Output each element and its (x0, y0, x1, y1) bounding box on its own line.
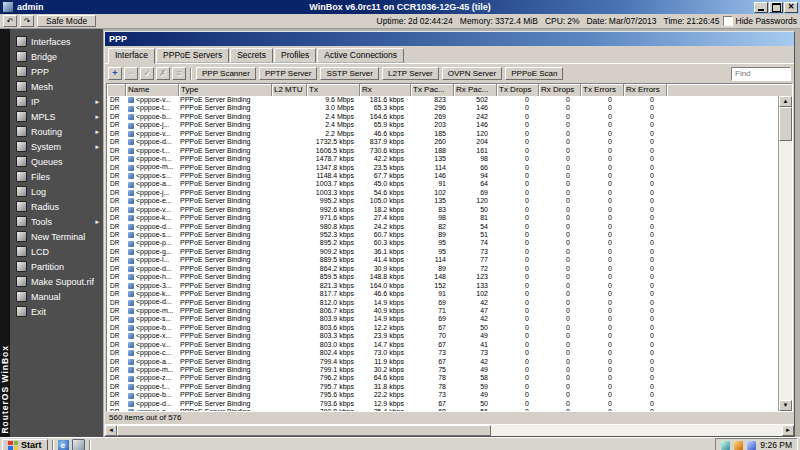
sidebar-item-ppp[interactable]: PPP (10, 64, 103, 79)
table-row[interactable]: DR<pppoe-e...PPPoE Server Binding995.2 k… (107, 197, 792, 205)
sidebar-item-system[interactable]: System▸ (10, 139, 103, 154)
table-row[interactable]: DR<pppoe-m...PPPoE Server Binding799.1 k… (107, 366, 792, 374)
column-header-rx-pac[interactable]: Rx Pac... (454, 84, 497, 96)
sidebar-item-partition[interactable]: Partition (10, 259, 103, 274)
sidebar-item-tools[interactable]: Tools▸ (10, 214, 103, 229)
table-row[interactable]: DR<pppoe-d...PPPoE Server Binding864.2 k… (107, 265, 792, 273)
scroll-down-button[interactable]: ▼ (779, 400, 792, 411)
table-row[interactable]: DR<pppoe-j...PPPoE Server Binding2.4 Mbp… (107, 121, 792, 129)
table-row[interactable]: DR<pppoe-l...PPPoE Server Binding889.5 k… (107, 256, 792, 264)
tab-pppoe-servers[interactable]: PPPoE Servers (156, 48, 229, 63)
remove-button[interactable]: − (124, 67, 138, 80)
table-row[interactable]: DR<pppoe-k...PPPoE Server Binding971.6 k… (107, 214, 792, 222)
scroll-up-button[interactable]: ▲ (779, 96, 792, 107)
scroll-right-button[interactable]: ► (782, 425, 794, 436)
table-row[interactable]: DR<pppoe-v...PPPoE Server Binding803.0 k… (107, 341, 792, 349)
table-row[interactable]: DR<pppoe-z...PPPoE Server Binding796.2 k… (107, 374, 792, 382)
table-row[interactable]: DR<pppoe-a...PPPoE Server Binding799.4 k… (107, 358, 792, 366)
table-row[interactable]: DR<pppoe-d...PPPoE Server Binding812.0 k… (107, 299, 792, 307)
sidebar-item-ip[interactable]: IP▸ (10, 94, 103, 109)
find-input[interactable] (731, 67, 791, 81)
comment-button[interactable]: ≡ (172, 67, 186, 80)
tab-secrets[interactable]: Secrets (230, 48, 273, 63)
table-row[interactable]: DR<pppoe-s...PPPoE Server Binding1148.4 … (107, 172, 792, 180)
table-row[interactable]: DR<pppoe-s...PPPoE Server Binding952.3 k… (107, 231, 792, 239)
sidebar-item-mpls[interactable]: MPLS▸ (10, 109, 103, 124)
undo-button[interactable]: ↶ (3, 15, 17, 27)
ovpn-server-button[interactable]: OVPN Server (442, 67, 502, 80)
pppoe-scan-button[interactable]: PPPoE Scan (505, 67, 563, 80)
table-row[interactable]: DR<pppoe-v...PPPoE Server Binding992.6 k… (107, 206, 792, 214)
sidebar-item-files[interactable]: Files (10, 169, 103, 184)
sidebar-item-queues[interactable]: Queues (10, 154, 103, 169)
internet-explorer-icon[interactable]: e (58, 440, 69, 450)
table-row[interactable]: DR<pppoe-p...PPPoE Server Binding895.2 k… (107, 239, 792, 247)
table-row[interactable]: DR<pppoe-s...PPPoE Server Binding790.8 k… (107, 408, 792, 411)
table-row[interactable]: DR<pppoe-t...PPPoE Server Binding1606.5 … (107, 147, 792, 155)
tab-active-connections[interactable]: Active Connections (317, 48, 404, 63)
sidebar-item-exit[interactable]: Exit (10, 304, 103, 319)
column-header-tx-drops[interactable]: Tx Drops (497, 84, 539, 96)
horizontal-scrollbar[interactable]: ◄ ► (105, 424, 794, 436)
sidebar-item-manual[interactable]: Manual (10, 289, 103, 304)
enable-button[interactable]: ✓ (140, 67, 154, 80)
scroll-left-button[interactable]: ◄ (105, 425, 117, 436)
table-row[interactable]: DR<pppoe-t...PPPoE Server Binding795.7 k… (107, 383, 792, 391)
column-header-flags[interactable] (107, 84, 126, 96)
show-desktop-icon[interactable] (72, 439, 85, 450)
tray-app-icon[interactable] (747, 441, 756, 450)
column-header-tx-pac[interactable]: Tx Pac... (411, 84, 454, 96)
redo-button[interactable]: ↷ (20, 15, 34, 27)
column-header-type[interactable]: Type (179, 84, 272, 96)
ppp-window-titlebar[interactable]: PPP (105, 32, 794, 46)
table-row[interactable]: DR<pppoe-x...PPPoE Server Binding803.3 k… (107, 332, 792, 340)
vertical-scroll-thumb[interactable] (779, 107, 792, 141)
sidebar-item-mesh[interactable]: Mesh (10, 79, 103, 94)
table-row[interactable]: DR<pppoe-t...PPPoE Server Binding3.0 Mbp… (107, 104, 792, 112)
l2tp-server-button[interactable]: L2TP Server (382, 67, 439, 80)
tab-profiles[interactable]: Profiles (274, 48, 316, 63)
column-header-name[interactable]: Name (126, 84, 179, 96)
sstp-server-button[interactable]: SSTP Server (320, 67, 379, 80)
taskbar-clock[interactable]: 9:26 PM (760, 440, 792, 450)
close-button[interactable]: ✕ (784, 2, 798, 13)
sidebar-item-bridge[interactable]: Bridge (10, 49, 103, 64)
table-row[interactable]: DR<pppoe-v...PPPoE Server Binding2.2 Mbp… (107, 130, 792, 138)
ppp-scanner-button[interactable]: PPP Scanner (196, 67, 256, 80)
pptp-server-button[interactable]: PPTP Server (259, 67, 318, 80)
volume-icon[interactable] (734, 441, 743, 450)
table-row[interactable]: DR<pppoe-j...PPPoE Server Binding1003.3 … (107, 189, 792, 197)
table-row[interactable]: DR<pppoe-c...PPPoE Server Binding802.4 k… (107, 349, 792, 357)
table-row[interactable]: DR<pppoe-k...PPPoE Server Binding817.7 k… (107, 290, 792, 298)
table-row[interactable]: DR<pppoe-b...PPPoE Server Binding795.6 k… (107, 391, 792, 399)
vertical-scrollbar[interactable]: ▲ ▼ (778, 96, 792, 411)
maximize-button[interactable] (769, 2, 783, 13)
table-row[interactable]: DR<pppoe-b...PPPoE Server Binding2.4 Mbp… (107, 113, 792, 121)
column-header-tx[interactable]: Tx (307, 84, 360, 96)
sidebar-item-interfaces[interactable]: Interfaces (10, 34, 103, 49)
sidebar-item-lcd[interactable]: LCD (10, 244, 103, 259)
table-row[interactable]: DR<pppoe-d...PPPoE Server Binding793.6 k… (107, 400, 792, 408)
column-header-rx-drops[interactable]: Rx Drops (539, 84, 581, 96)
table-row[interactable]: DR<pppoe-d...PPPoE Server Binding980.8 k… (107, 223, 792, 231)
network-icon[interactable] (721, 441, 730, 450)
table-row[interactable]: DR<pppoe-m...PPPoE Server Binding806.7 k… (107, 307, 792, 315)
hide-passwords-toggle[interactable]: Hide Passwords (723, 16, 797, 26)
column-header-rx[interactable]: Rx (360, 84, 411, 96)
disable-button[interactable]: ✗ (156, 67, 170, 80)
table-row[interactable]: DR<pppoe-n...PPPoE Server Binding1478.7 … (107, 155, 792, 163)
table-row[interactable]: DR<pppoe-g...PPPoE Server Binding909.2 k… (107, 248, 792, 256)
table-row[interactable]: DR<pppoe-3...PPPoE Server Binding821.3 k… (107, 282, 792, 290)
sidebar-item-radius[interactable]: Radius (10, 199, 103, 214)
sidebar-item-log[interactable]: Log (10, 184, 103, 199)
minimize-button[interactable] (754, 2, 768, 13)
column-header-rx-errors[interactable]: Rx Errors (624, 84, 667, 96)
start-button[interactable]: Start (2, 439, 48, 450)
table-row[interactable]: DR<pppoe-b...PPPoE Server Binding803.6 k… (107, 324, 792, 332)
sidebar-item-new-terminal[interactable]: New Terminal (10, 229, 103, 244)
column-header-tx-errors[interactable]: Tx Errors (581, 84, 624, 96)
sidebar-item-make-supout[interactable]: Make Supout.rif (10, 274, 103, 289)
safe-mode-button[interactable]: Safe Mode (37, 15, 96, 27)
add-button[interactable]: + (108, 67, 122, 80)
column-header-l2-mtu[interactable]: L2 MTU (272, 84, 307, 96)
